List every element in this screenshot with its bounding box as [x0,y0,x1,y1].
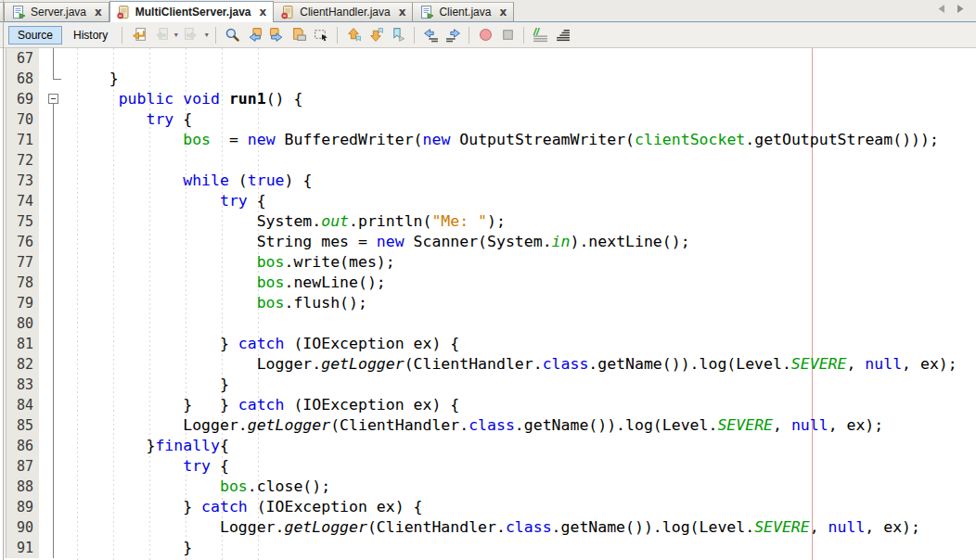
code-line[interactable]: Logger.getLogger(ClientHandler.class.get… [71,415,976,436]
uncomment-button[interactable] [551,24,573,46]
fold-margin [39,538,71,558]
code-line[interactable]: try { [71,109,976,130]
line-number: 75 [0,211,39,232]
editor-row: 91 } [0,538,976,558]
line-number: 84 [0,395,39,415]
fold-margin [39,477,71,497]
source-view-button[interactable]: Source [8,26,62,45]
code-line[interactable]: String mes = new Scanner(System.in).next… [71,232,976,252]
code-token: .getName()).log(Level. [588,355,791,373]
code-token: in [552,233,571,250]
toggle-highlight-search-button[interactable] [288,24,310,46]
toggle-bookmark-button[interactable] [387,24,409,46]
code-line[interactable]: try { [71,456,976,477]
find-selection-button[interactable] [221,24,243,46]
code-line[interactable]: public void run1() { [71,89,976,109]
code-lines: 6768 }69 public void run1() {70 try {71 … [0,48,976,560]
code-line[interactable]: } [71,69,976,89]
code-token: new [377,233,405,250]
code-token: class [469,416,515,434]
toggle-rectangular-selection-button[interactable] [310,24,332,46]
back-button[interactable] [149,24,172,46]
toggle-bookmark-icon [391,27,406,43]
scroll-tabs-right-button[interactable] [957,4,965,14]
tab-label: ClientHandler.java [300,6,390,19]
tab-close-icon[interactable]: x [399,7,406,17]
code-line[interactable] [71,150,976,171]
tab-multiclientserver-java[interactable]: MultiClientServer.javax [109,1,274,22]
code-line[interactable] [71,313,976,334]
back-dropdown-icon[interactable]: ▾ [172,31,180,39]
code-token: (IOException ex) { [284,335,459,352]
editor-row: 83 } [0,375,976,395]
editor-row: 85 Logger.getLogger(ClientHandler.class.… [0,415,976,436]
code-line[interactable]: } [71,375,976,395]
find-next-occurrence-button[interactable] [265,24,288,46]
code-editor[interactable]: 6768 }69 public void run1() {70 try {71 … [0,48,976,560]
code-token: } [72,335,238,352]
fold-margin [39,456,71,477]
code-line[interactable]: } catch (IOException ex) { [71,334,976,354]
code-line[interactable]: bos.flush(); [71,293,976,313]
shift-line-right-button[interactable] [442,24,464,46]
next-bookmark-button[interactable] [365,24,387,46]
forward-dropdown-icon[interactable]: ▾ [202,31,211,39]
shift-line-left-button[interactable] [419,24,442,46]
comment-button[interactable]: // [529,24,551,46]
line-number: 87 [0,456,39,477]
code-line[interactable]: bos.write(mes); [71,252,976,273]
fold-margin [39,415,71,436]
tab-clienthandler-java[interactable]: ClientHandler.javax [274,2,413,21]
code-line[interactable]: bos.close(); [71,477,976,497]
editor-row: 69 public void run1() { [0,89,976,109]
editor-row: 67 [0,48,976,69]
code-line[interactable]: System.out.println("Me: "); [71,211,976,232]
code-line[interactable]: Logger.getLogger(ClientHandler.class.get… [71,354,976,375]
code-line[interactable]: Logger.getLogger(ClientHandler.class.get… [71,517,976,538]
forward-button[interactable] [180,24,202,46]
fold-margin [39,517,71,538]
code-line[interactable]: }finally{ [71,436,976,456]
fold-margin [39,497,71,517]
code-line[interactable]: bos.newLine(); [71,273,976,293]
tab-server-java[interactable]: Server.javax [5,2,109,21]
code-token: (ClientHandler. [367,518,506,536]
code-line[interactable]: } catch (IOException ex) { [71,497,976,517]
code-line[interactable]: } [71,538,976,558]
forward-icon [184,27,199,43]
stop-macro-recording-button[interactable] [496,24,519,46]
fold-collapse-box[interactable] [48,94,58,104]
editor-row: 74 try { [0,191,976,211]
editor-row: 70 try { [0,109,976,130]
toolbar-separator [523,27,524,44]
tab-client-java[interactable]: Client.javax [413,2,514,21]
toolbar-separator [337,27,338,44]
fold-margin [39,130,71,150]
code-token: } [72,437,155,454]
scroll-tabs-left-button[interactable] [937,4,945,14]
code-line[interactable]: bos = new BufferedWriter(new OutputStrea… [71,130,976,150]
code-line[interactable]: } } catch (IOException ex) { [71,395,976,415]
code-token: ( [229,172,248,189]
tab-close-icon[interactable]: x [260,7,267,17]
previous-bookmark-button[interactable] [342,24,365,46]
code-line[interactable]: try { [71,191,976,211]
start-macro-recording-button[interactable] [474,24,496,46]
editor-row: 86 }finally{ [0,436,976,456]
code-token: SEVERE [791,355,847,373]
code-line[interactable] [71,48,976,69]
editor-row: 75 System.out.println("Me: "); [0,211,976,232]
code-token: bos [257,294,285,312]
code-token: bos [257,253,285,271]
tab-close-icon[interactable]: x [95,7,102,17]
find-previous-occurrence-button[interactable] [243,24,265,46]
last-edit-location-icon [131,27,147,43]
code-token: new [423,131,451,148]
code-token: Logger. [72,518,284,536]
tab-close-icon[interactable]: x [499,7,507,17]
code-token: getLogger [284,518,366,536]
fold-margin [39,375,71,395]
code-line[interactable]: while (true) { [71,171,976,191]
history-view-button[interactable]: History [64,26,117,45]
last-edit-location-button[interactable] [127,24,149,46]
